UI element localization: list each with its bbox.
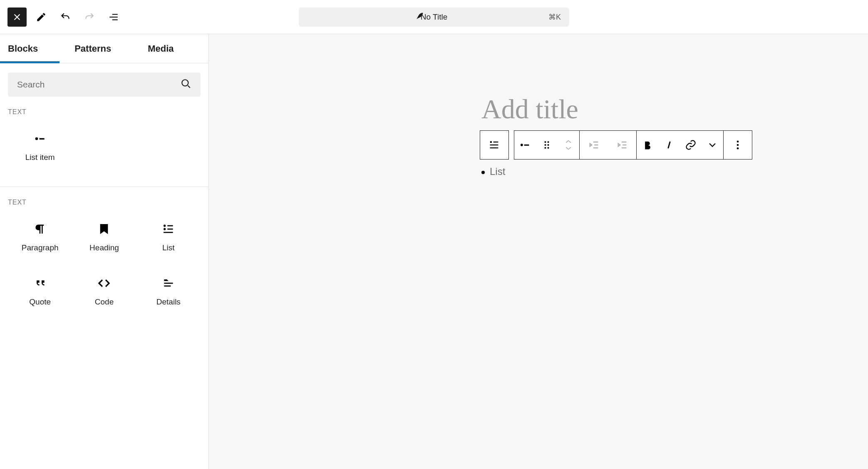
block-details[interactable]: Details	[136, 264, 201, 319]
svg-rect-4	[167, 225, 173, 227]
svg-rect-2	[40, 138, 45, 140]
link-button[interactable]	[680, 131, 702, 159]
chevron-up-icon	[564, 139, 573, 144]
toolbar-group-format	[636, 130, 724, 160]
svg-point-14	[521, 144, 523, 146]
active-tab-underline	[0, 61, 60, 63]
toolbar-group-overflow	[723, 130, 752, 160]
title-placeholder: Add title	[481, 93, 578, 125]
svg-rect-9	[164, 285, 171, 287]
svg-point-3	[164, 225, 166, 227]
edit-tool-button[interactable]	[32, 7, 51, 27]
tab-patterns[interactable]: Patterns	[74, 34, 111, 63]
top-toolbar: No Title ⌘K	[0, 0, 868, 34]
redo-button[interactable]	[80, 7, 99, 27]
block-label: Code	[95, 297, 114, 307]
bullet-list-icon	[519, 139, 531, 151]
top-toolbar-left	[7, 7, 123, 27]
inserter-tabs: Blocks Patterns Media	[0, 34, 208, 63]
tab-media[interactable]: Media	[148, 34, 174, 63]
svg-point-1	[35, 137, 38, 140]
link-icon	[685, 139, 697, 151]
svg-point-20	[544, 147, 546, 149]
list-block-icon	[489, 139, 500, 151]
block-paragraph[interactable]: Paragraph	[8, 210, 72, 264]
paragraph-icon	[33, 222, 47, 236]
feather-icon	[415, 11, 424, 22]
svg-point-18	[544, 144, 546, 146]
block-list[interactable]: List	[136, 210, 201, 264]
section-label: TEXT	[0, 187, 208, 206]
quote-icon	[33, 277, 47, 290]
unordered-list-button[interactable]	[514, 131, 536, 159]
undo-button[interactable]	[56, 7, 75, 27]
block-list-item[interactable]: List item	[8, 120, 72, 174]
svg-rect-8	[164, 283, 173, 284]
chevron-down-icon	[707, 139, 718, 151]
heading-icon	[97, 222, 111, 236]
svg-point-5	[164, 228, 166, 230]
svg-rect-7	[164, 232, 173, 233]
svg-rect-15	[524, 145, 529, 146]
tab-blocks[interactable]: Blocks	[8, 34, 38, 63]
details-icon	[162, 277, 175, 290]
svg-point-16	[544, 141, 546, 143]
search-field[interactable]	[8, 72, 201, 97]
document-title: No Title	[421, 12, 447, 22]
more-options-button[interactable]	[724, 131, 752, 159]
block-label: Paragraph	[22, 243, 59, 252]
block-label: List	[162, 243, 175, 252]
block-heading[interactable]: Heading	[72, 210, 136, 264]
list-item-placeholder: List	[490, 166, 505, 177]
outline-icon	[108, 12, 119, 22]
list-item-icon	[33, 132, 47, 145]
code-icon	[97, 277, 111, 290]
drag-handle-button[interactable]	[536, 131, 558, 159]
svg-point-10	[490, 141, 492, 143]
bold-button[interactable]	[637, 131, 658, 159]
outdent-icon	[588, 139, 600, 151]
block-grid-text: Paragraph Heading List Quote	[0, 206, 208, 331]
svg-point-0	[182, 80, 188, 86]
svg-rect-11	[494, 142, 498, 142]
document-overview-button[interactable]	[104, 7, 123, 27]
section-label: TEXT	[0, 97, 208, 116]
bold-icon	[642, 139, 653, 151]
search-wrap	[0, 63, 208, 97]
block-grid-contextual: List item	[0, 116, 208, 187]
outdent-button[interactable]	[580, 131, 608, 159]
block-inserter-sidebar: Blocks Patterns Media TEXT List item	[0, 34, 209, 469]
move-up-down-button[interactable]	[558, 131, 579, 159]
block-label: Details	[156, 297, 181, 307]
svg-point-17	[547, 141, 549, 143]
pencil-icon	[36, 12, 47, 22]
italic-icon	[663, 139, 675, 151]
svg-point-23	[737, 144, 739, 146]
more-vertical-icon	[732, 139, 744, 151]
redo-icon	[84, 12, 95, 22]
close-icon	[12, 12, 22, 22]
indent-icon	[616, 139, 628, 151]
list-block[interactable]: List	[481, 166, 505, 177]
editor-canvas[interactable]: Add title	[209, 34, 868, 469]
command-shortcut: ⌘K	[548, 12, 561, 22]
block-label: Heading	[89, 243, 119, 252]
block-quote[interactable]: Quote	[8, 264, 72, 319]
chevron-down-icon	[564, 146, 573, 151]
document-title-bar[interactable]: No Title ⌘K	[299, 7, 569, 27]
block-toolbar	[480, 130, 752, 160]
list-icon	[162, 222, 175, 236]
close-inserter-button[interactable]	[7, 7, 27, 27]
more-format-button[interactable]	[702, 131, 723, 159]
undo-icon	[60, 12, 71, 22]
block-label: List item	[25, 153, 55, 162]
indent-button[interactable]	[608, 131, 636, 159]
toolbar-group-indent	[579, 130, 637, 160]
search-input[interactable]	[17, 80, 181, 90]
italic-button[interactable]	[658, 131, 680, 159]
block-type-button[interactable]	[480, 131, 508, 159]
block-code[interactable]: Code	[72, 264, 136, 319]
drag-handle-icon	[541, 139, 553, 151]
svg-rect-6	[167, 229, 173, 230]
toolbar-group-list-style	[514, 130, 580, 160]
